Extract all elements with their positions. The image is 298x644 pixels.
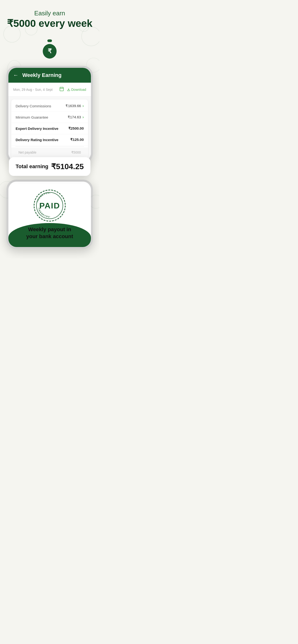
svg-rect-8	[47, 40, 52, 42]
delivery-commissions-value: ₹1639.66	[66, 104, 81, 108]
delivery-rating-value: ₹125.00	[70, 138, 84, 142]
app-header: ← Weekly Earning	[9, 68, 91, 83]
date-range: Mon, 29 Aug - Sun, 4 Sept	[13, 88, 53, 92]
calendar-icon[interactable]	[59, 86, 64, 92]
earning-row-delivery-commissions: Delivery Commissions ₹1639.66 ›	[11, 100, 88, 112]
minimum-guarantee-chevron[interactable]: ›	[83, 115, 84, 119]
svg-text:PAID: PAID	[39, 201, 60, 210]
earning-row-expert-delivery: Expert Delivery Incentive ₹2500.00	[11, 123, 88, 134]
app-header-title: Weekly Earning	[22, 72, 61, 78]
svg-point-2	[82, 27, 99, 46]
total-earning-card: Total earning ₹5104.25	[9, 157, 90, 176]
download-button[interactable]: Download	[67, 88, 86, 92]
hero-headline: ₹5000 every week	[7, 18, 92, 29]
svg-text:₹: ₹	[48, 48, 52, 54]
paid-stamp: THANKYOU. PAID ·THANKYOU·	[33, 189, 66, 222]
minimum-guarantee-label: Minimum Guarantee	[16, 115, 48, 119]
hero-section: Easily earn ₹5000 every week	[7, 10, 92, 29]
delivery-commissions-label: Delivery Commissions	[16, 104, 51, 108]
expert-delivery-label: Expert Delivery Incentive	[16, 126, 58, 130]
paid-section: THANKYOU. PAID ·THANKYOU· Weekly payout …	[9, 182, 91, 247]
svg-rect-11	[60, 88, 63, 91]
minimum-guarantee-value: ₹174.63	[68, 115, 81, 119]
earning-row-minimum-guarantee: Minimum Guarantee ₹174.63 ›	[11, 112, 88, 123]
earnings-card: Delivery Commissions ₹1639.66 › Minimum …	[11, 100, 88, 158]
back-button[interactable]: ←	[13, 72, 19, 78]
total-earning-label: Total earning	[16, 164, 49, 170]
date-row: Mon, 29 Aug - Sun, 4 Sept Download	[9, 83, 91, 96]
expert-delivery-value: ₹2500.00	[68, 126, 84, 130]
net-payable-value: ₹5000	[71, 150, 81, 154]
delivery-rating-label: Delivery Rating Incentive	[16, 138, 58, 142]
app-body: Mon, 29 Aug - Sun, 4 Sept Download	[9, 83, 91, 158]
money-bag-icon: ₹	[40, 34, 59, 66]
second-phone-section: THANKYOU. PAID ·THANKYOU· Weekly payout …	[7, 180, 93, 249]
delivery-commissions-chevron[interactable]: ›	[83, 104, 84, 108]
total-earning-value: ₹5104.25	[51, 162, 84, 171]
earning-row-delivery-rating: Delivery Rating Incentive ₹125.00	[11, 134, 88, 146]
hero-subtitle: Easily earn	[7, 10, 92, 17]
phone-mockup: ← Weekly Earning Mon, 29 Aug - Sun, 4 Se…	[7, 66, 93, 163]
net-payable-row: Net payable ₹5000	[11, 148, 88, 157]
net-payable-label: Net payable	[19, 150, 37, 154]
weekly-payout-text: Weekly payout in your bank account	[26, 226, 73, 240]
